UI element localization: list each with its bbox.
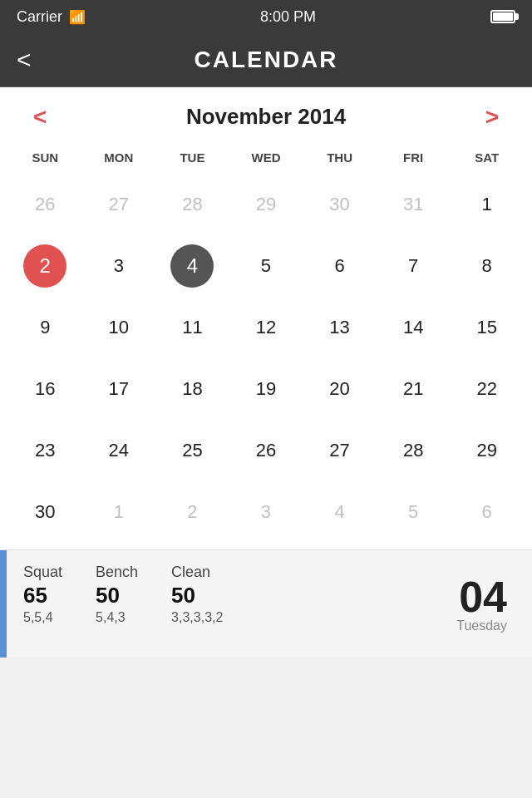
- status-left: Carrier 📶: [17, 8, 86, 26]
- status-bar: Carrier 📶 8:00 PM: [0, 0, 532, 33]
- bench-name: Bench: [96, 564, 138, 581]
- day-cell[interactable]: 13: [303, 298, 377, 357]
- day-cell[interactable]: 29: [229, 175, 303, 234]
- day-cell[interactable]: 17: [82, 360, 156, 418]
- day-header-wed: WED: [229, 146, 303, 169]
- exercise-bench: Bench 50 5,4,3: [96, 564, 138, 644]
- squat-weight: 65: [23, 583, 62, 608]
- day-cell[interactable]: 19: [229, 360, 303, 418]
- bench-sets: 5,4,3: [96, 610, 138, 625]
- day-cell[interactable]: 1: [82, 483, 156, 541]
- next-month-button[interactable]: >: [469, 104, 515, 131]
- day-cell[interactable]: 2: [155, 483, 229, 541]
- day-cell[interactable]: 7: [377, 237, 451, 295]
- day-cell[interactable]: 15: [450, 298, 524, 357]
- day-cell[interactable]: 5: [377, 483, 451, 541]
- exercise-squat: Squat 65 5,5,4: [23, 564, 62, 644]
- day-cell[interactable]: 6: [303, 237, 377, 295]
- day-cell[interactable]: 27: [303, 421, 377, 480]
- day-cell[interactable]: 30: [8, 483, 82, 541]
- event-date-block: 04 Tuesday: [456, 564, 515, 644]
- day-header-fri: FRI: [377, 146, 451, 169]
- clean-weight: 50: [171, 583, 223, 608]
- event-panel: Squat 65 5,5,4 Bench 50 5,4,3 Clean 50 3…: [0, 549, 532, 658]
- event-content: Squat 65 5,5,4 Bench 50 5,4,3 Clean 50 3…: [7, 550, 532, 658]
- month-header: < November 2014 >: [8, 104, 524, 130]
- day-cell[interactable]: 14: [377, 298, 451, 357]
- day-headers: SUN MON TUE WED THU FRI SAT: [8, 146, 524, 169]
- day-cell[interactable]: 5: [229, 237, 303, 295]
- day-header-mon: MON: [82, 146, 156, 169]
- month-title: November 2014: [186, 104, 346, 130]
- day-cell[interactable]: 4: [155, 237, 229, 295]
- battery-icon: [490, 10, 515, 23]
- day-cell[interactable]: 3: [82, 237, 156, 295]
- day-cell[interactable]: 11: [155, 298, 229, 357]
- day-cell[interactable]: 29: [450, 421, 524, 480]
- day-header-tue: TUE: [155, 146, 229, 169]
- day-cell[interactable]: 1: [450, 175, 524, 234]
- wifi-icon: 📶: [69, 9, 86, 25]
- day-cell[interactable]: 16: [8, 360, 82, 418]
- clean-sets: 3,3,3,3,2: [171, 610, 223, 625]
- day-cell[interactable]: 22: [450, 360, 524, 418]
- day-cell[interactable]: 20: [303, 360, 377, 418]
- day-header-sat: SAT: [450, 146, 524, 169]
- event-day-number: 04: [459, 575, 507, 618]
- day-cell[interactable]: 10: [82, 298, 156, 357]
- day-cell[interactable]: 3: [229, 483, 303, 541]
- back-button[interactable]: <: [17, 46, 32, 74]
- nav-bar: < CALENDAR: [0, 33, 532, 87]
- time-label: 8:00 PM: [260, 8, 316, 26]
- day-header-sun: SUN: [8, 146, 82, 169]
- event-day-name: Tuesday: [456, 618, 507, 633]
- bench-weight: 50: [96, 583, 138, 608]
- day-cell[interactable]: 4: [303, 483, 377, 541]
- event-side-bar: [0, 550, 7, 658]
- battery-fill: [493, 12, 513, 21]
- day-cell[interactable]: 23: [8, 421, 82, 480]
- day-cell[interactable]: 24: [82, 421, 156, 480]
- day-cell[interactable]: 28: [155, 175, 229, 234]
- exercise-clean: Clean 50 3,3,3,3,2: [171, 564, 223, 644]
- day-cell[interactable]: 26: [8, 175, 82, 234]
- day-cell[interactable]: 12: [229, 298, 303, 357]
- day-cell[interactable]: 26: [229, 421, 303, 480]
- day-cell[interactable]: 27: [82, 175, 156, 234]
- carrier-label: Carrier: [17, 8, 62, 26]
- day-cell[interactable]: 25: [155, 421, 229, 480]
- day-cell[interactable]: 8: [450, 237, 524, 295]
- day-cell[interactable]: 30: [303, 175, 377, 234]
- calendar: < November 2014 > SUN MON TUE WED THU FR…: [0, 87, 532, 549]
- day-cell[interactable]: 31: [377, 175, 451, 234]
- day-cell[interactable]: 9: [8, 298, 82, 357]
- day-cell[interactable]: 6: [450, 483, 524, 541]
- day-header-thu: THU: [303, 146, 377, 169]
- clean-name: Clean: [171, 564, 223, 581]
- prev-month-button[interactable]: <: [17, 104, 63, 131]
- day-cell[interactable]: 28: [377, 421, 451, 480]
- page-title: CALENDAR: [194, 47, 337, 73]
- day-cell[interactable]: 18: [155, 360, 229, 418]
- squat-name: Squat: [23, 564, 62, 581]
- day-cell[interactable]: 2: [8, 237, 82, 295]
- squat-sets: 5,5,4: [23, 610, 62, 625]
- calendar-grid: 2627282930311234567891011121314151617181…: [8, 175, 524, 541]
- day-cell[interactable]: 21: [377, 360, 451, 418]
